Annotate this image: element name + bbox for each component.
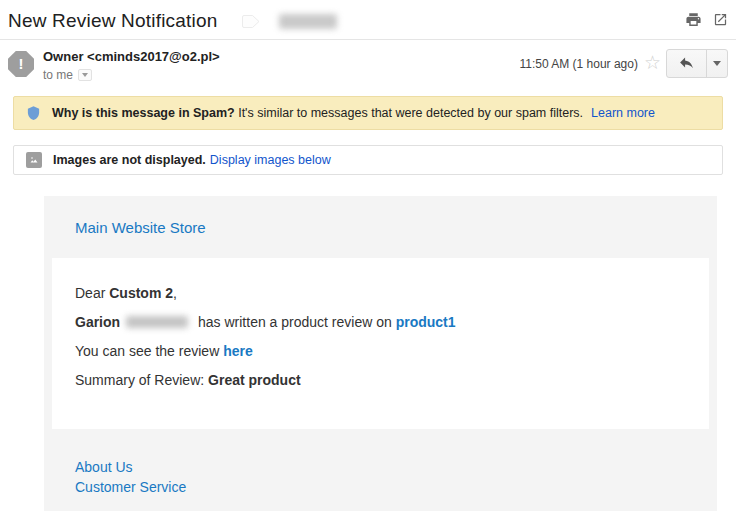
redacted-surname — [126, 316, 188, 328]
summary-line: Summary of Review: Great product — [75, 372, 686, 389]
chevron-down-icon — [713, 61, 721, 66]
spam-explanation: It's similar to messages that were detec… — [235, 106, 583, 120]
learn-more-link[interactable]: Learn more — [591, 106, 655, 120]
greeting-suffix: , — [173, 285, 177, 301]
customer-service-link[interactable]: Customer Service — [75, 477, 717, 497]
sender-row: ! Owner <cminds2017@o2.pl> to me 11:50 A… — [0, 40, 736, 88]
see-review-text: You can see the review — [75, 343, 223, 359]
images-message: Images are not displayed. — [53, 153, 206, 167]
greeting-line: Dear Custom 2, — [75, 285, 686, 302]
redacted-label — [279, 14, 337, 29]
page-title: New Review Notification — [8, 10, 217, 32]
spam-banner-text: Why is this message in Spam? It's simila… — [52, 106, 583, 120]
email-header: New Review Notification — [0, 0, 736, 40]
chevron-down-icon — [82, 73, 88, 77]
reply-arrow-icon — [678, 54, 695, 74]
recipient-label: to me — [43, 68, 73, 82]
sender-name: Owner <cminds2017@o2.pl> — [43, 49, 220, 64]
email-body: Main Website Store Dear Custom 2, Garion… — [44, 196, 717, 511]
more-reply-options-button[interactable] — [706, 50, 727, 77]
greeting-prefix: Dear — [75, 285, 109, 301]
image-icon — [26, 152, 42, 168]
email-content-panel: Dear Custom 2, Garion has written a prod… — [52, 258, 709, 429]
product-link[interactable]: product1 — [396, 314, 456, 330]
spam-question: Why is this message in Spam? — [52, 106, 235, 120]
star-icon: ☆ — [644, 52, 661, 73]
images-not-displayed-banner: Images are not displayed. Display images… — [13, 145, 723, 175]
shield-icon — [26, 104, 41, 122]
print-button[interactable] — [685, 11, 702, 31]
label-tag-icon — [241, 14, 261, 29]
spam-avatar-icon: ! — [8, 51, 34, 77]
review-here-link[interactable]: here — [223, 343, 253, 359]
open-in-new-icon — [713, 12, 728, 30]
summary-value: Great product — [208, 372, 301, 388]
display-images-link[interactable]: Display images below — [210, 153, 331, 167]
store-link[interactable]: Main Website Store — [75, 219, 206, 236]
recipient-name: Custom 2 — [109, 285, 173, 301]
star-button[interactable]: ☆ — [644, 52, 661, 74]
email-footer: About Us Customer Service — [44, 429, 717, 511]
open-in-new-window-button[interactable] — [713, 12, 728, 30]
reply-button[interactable] — [667, 50, 706, 77]
printer-icon — [685, 11, 702, 31]
show-details-button[interactable] — [78, 69, 92, 81]
review-line: Garion has written a product review on p… — [75, 314, 686, 331]
reviewer-name: Garion — [75, 314, 120, 330]
reply-button-group — [666, 49, 728, 78]
spam-warning-banner: Why is this message in Spam? It's simila… — [13, 96, 723, 130]
see-review-line: You can see the review here — [75, 343, 686, 360]
summary-label: Summary of Review: — [75, 372, 208, 388]
review-line-text: has written a product review on — [194, 314, 396, 330]
about-us-link[interactable]: About Us — [75, 457, 717, 477]
timestamp: 11:50 AM (1 hour ago) — [519, 57, 638, 71]
